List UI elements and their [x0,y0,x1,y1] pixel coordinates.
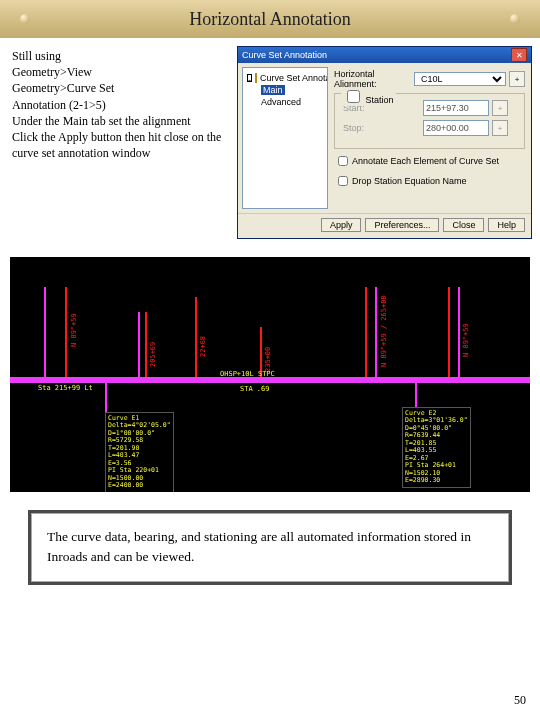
tick-line [44,287,46,377]
tick-line [195,297,197,377]
sta-label: 22+68 [199,336,207,357]
tick-line [448,287,450,377]
page-number: 50 [514,693,526,708]
caption-box: The curve data, bearing, and stationing … [28,510,512,585]
cad-view: N 89°+59 205+69 22+68 235+00 N 89°+59 / … [10,257,530,492]
instr-line: Under the Main tab set the alignment [12,113,231,129]
alignment-label: Horizontal Alignment: [334,69,414,89]
annotate-each-label: Annotate Each Element of Curve Set [352,156,499,166]
close-button[interactable]: Close [443,218,484,232]
curve-set-annotation-dialog: Curve Set Annotation ✕ - Curve Set Annot… [237,46,532,239]
tick-line [375,287,377,377]
station-checkbox[interactable] [347,90,360,103]
decor-dot-left [20,14,30,24]
alignment-select[interactable]: C10L [414,72,506,86]
preferences-button[interactable]: Preferences... [365,218,439,232]
yellow-label: OHSP+10L STPC [220,370,275,378]
curve-data-block: Curve E2 Delta=3°01'36.0" D=0°45'00.0" R… [402,407,471,488]
sta-label: N 89°+59 [462,323,470,357]
instr-line: Still using [12,48,231,64]
slide-title: Horizontal Annotation [189,9,350,30]
instr-line: Geometry>Curve Set [12,80,231,96]
drop-line [105,383,107,413]
tree-root-label: Curve Set Annotation [260,73,328,83]
dialog-title: Curve Set Annotation [242,50,327,60]
folder-icon [255,73,257,83]
sta-label: 205+69 [149,342,157,367]
tree-tab-advanced[interactable]: Advanced [259,96,325,108]
tick-line [365,287,367,377]
yellow-label: Sta 215+99 Lt [38,384,93,392]
instr-line: Annotation (2-1>5) [12,97,231,113]
tick-line [145,312,147,377]
decor-dot-right [510,14,520,24]
station-fieldset: Station Start: + Stop: + [334,93,525,149]
tick-line [458,287,460,377]
tree-tab-main-label: Main [261,85,285,95]
tree-tab-main[interactable]: Main [245,84,325,96]
station-legend: Station [366,95,394,105]
tick-line [138,312,140,377]
collapse-icon[interactable]: - [247,74,252,82]
locate-start-icon[interactable]: + [492,100,508,116]
tick-line [65,287,67,377]
top-row: Still using Geometry>View Geometry>Curve… [0,46,540,239]
curve-data-block: Curve E1 Delta=4°02'05.0" D=1°00'00.0" R… [105,412,174,492]
dialog-screenshot: Curve Set Annotation ✕ - Curve Set Annot… [237,46,540,239]
stop-input[interactable] [423,120,489,136]
drop-line [415,383,417,408]
caption-text: The curve data, bearing, and stationing … [47,529,471,564]
help-button[interactable]: Help [488,218,525,232]
yellow-label: STA .69 [240,385,270,393]
instr-line: Click the Apply button then hit close on… [12,129,231,161]
sta-label: N 89°+59 / 265+00 [380,295,388,367]
slide-title-bar: Horizontal Annotation [0,0,540,38]
start-input[interactable] [423,100,489,116]
tree-root-item[interactable]: - Curve Set Annotation [245,72,325,84]
tree-tab-adv-label: Advanced [261,97,301,107]
locate-icon[interactable]: + [509,71,525,87]
sta-label: N 89°+59 [70,313,78,347]
dialog-tree[interactable]: - Curve Set Annotation Main Advanced [242,67,328,209]
annotate-each-checkbox[interactable] [338,156,348,166]
stop-label: Stop: [343,123,423,133]
close-icon[interactable]: ✕ [511,48,527,62]
sta-label: 235+00 [264,347,272,372]
dialog-main-panel: Horizontal Alignment: C10L + Station Sta… [332,63,531,213]
drop-sta-eq-checkbox[interactable] [338,176,348,186]
dialog-button-row: Apply Preferences... Close Help [238,213,531,238]
instructions-block: Still using Geometry>View Geometry>Curve… [0,46,237,239]
drop-sta-eq-label: Drop Station Equation Name [352,176,467,186]
instr-line: Geometry>View [12,64,231,80]
locate-stop-icon[interactable]: + [492,120,508,136]
apply-button[interactable]: Apply [321,218,362,232]
dialog-titlebar: Curve Set Annotation ✕ [238,47,531,63]
